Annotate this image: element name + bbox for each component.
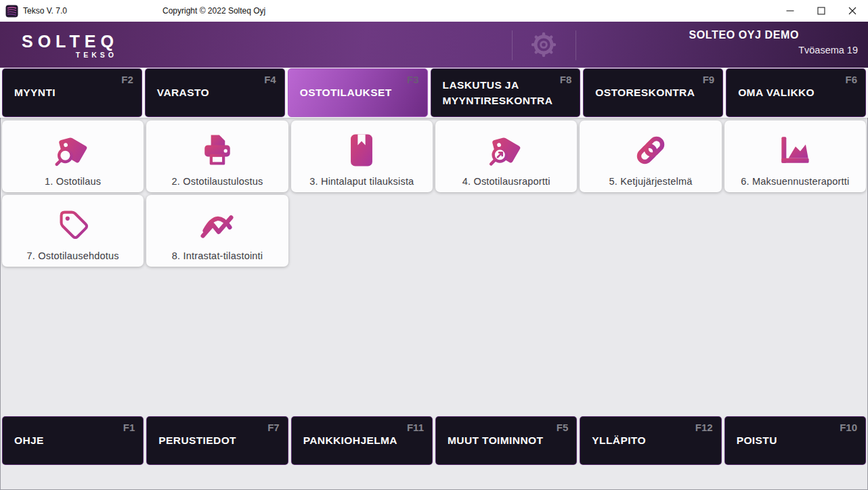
trend-chart-icon xyxy=(196,199,238,250)
tile-intrastat-tilastointi[interactable]: 8. Intrastat-tilastointi xyxy=(146,195,288,267)
tile-label: 8. Intrastat-tilastointi xyxy=(172,250,263,261)
app-window: Tekso V. 7.0 Copyright © 2022 Solteq Oyj… xyxy=(0,0,868,490)
tile-label: 7. Ostotilausehdotus xyxy=(27,250,119,261)
title-bar: Tekso V. 7.0 Copyright © 2022 Solteq Oyj xyxy=(0,0,868,22)
logo-subtext: TEKSO xyxy=(22,51,117,59)
footer-strip xyxy=(0,465,868,490)
button-fkey: F10 xyxy=(840,422,857,433)
chain-link-icon xyxy=(630,125,671,176)
button-poistu[interactable]: POISTU F10 xyxy=(724,416,866,465)
bottom-menu-bar: OHJE F1 PERUSTIEDOT F7 PANKKIOHJELMA F11… xyxy=(0,416,868,465)
button-muut-toiminnot[interactable]: MUUT TOIMINNOT F5 xyxy=(435,416,577,465)
button-label: PANKKIOHJELMA xyxy=(303,432,405,448)
tab-fkey: F2 xyxy=(121,74,133,85)
button-fkey: F12 xyxy=(695,422,713,433)
close-icon xyxy=(848,7,856,15)
tab-fkey: F9 xyxy=(703,74,715,85)
tile-ostotilaustulostus[interactable]: 2. Ostotilaustulostus xyxy=(146,120,288,192)
tile-ostotilausraportti[interactable]: 4. Ostotilausraportti xyxy=(435,120,577,192)
button-label: POISTU xyxy=(737,432,838,448)
book-bookmark-icon xyxy=(341,125,382,176)
app-header: SOLTEQ TEKSO xyxy=(0,22,868,68)
tile-label: 4. Ostotilausraportti xyxy=(462,176,550,187)
button-fkey: F1 xyxy=(123,422,135,433)
tile-grid: 1. Ostotilaus 2. Ostotilaustulostus xyxy=(0,118,868,416)
tab-oma-valikko[interactable]: OMA VALIKKO F6 xyxy=(726,68,866,117)
tile-ketjujarjestelma[interactable]: 5. Ketjujärjestelmä xyxy=(580,120,721,192)
tab-fkey: F6 xyxy=(845,74,857,85)
tab-label: OMA VALIKKO xyxy=(738,85,838,100)
tab-fkey: F8 xyxy=(560,74,572,85)
minimize-button[interactable] xyxy=(775,0,806,22)
tab-ostoreskontra[interactable]: OSTORESKONTRA F9 xyxy=(583,68,723,117)
tab-label: OSTOTILAUKSET xyxy=(300,85,400,100)
tile-label: 1. Ostotilaus xyxy=(45,176,101,187)
button-pankkiohjelma[interactable]: PANKKIOHJELMA F11 xyxy=(291,416,433,465)
tile-label: 6. Maksuennusteraportti xyxy=(741,176,849,187)
area-chart-icon xyxy=(775,125,815,176)
app-title: Tekso V. 7.0 xyxy=(23,6,67,16)
button-fkey: F5 xyxy=(557,422,569,433)
tab-ostotilaukset[interactable]: OSTOTILAUKSET F3 xyxy=(288,68,428,117)
header-divider xyxy=(576,30,576,60)
gear-icon xyxy=(531,32,556,58)
solteq-logo: SOLTEQ TEKSO xyxy=(22,32,118,59)
maximize-icon xyxy=(817,7,825,15)
tab-label: OSTORESKONTRA xyxy=(595,85,695,100)
logo-text: SOLTEQ xyxy=(22,32,118,50)
tile-label: 5. Ketjujärjestelmä xyxy=(609,176,692,187)
workstation-label: Tvöasema 19 xyxy=(798,45,858,55)
copyright-text: Copyright © 2022 Solteq Oyj xyxy=(162,0,265,22)
app-icon xyxy=(5,5,18,18)
tab-label: MYYNTI xyxy=(14,85,114,100)
button-label: YLLÄPITO xyxy=(592,432,693,448)
tab-varasto[interactable]: VARASTO F4 xyxy=(145,68,285,117)
tile-hintalaput-tilauksista[interactable]: 3. Hintalaput tilauksista xyxy=(291,120,433,192)
tile-ostotilausehdotus[interactable]: 7. Ostotilausehdotus xyxy=(2,195,144,267)
tab-myynti[interactable]: MYYNTI F2 xyxy=(2,68,142,117)
button-label: MUUT TOIMINNOT xyxy=(448,432,549,448)
tile-maksuennusteraportti[interactable]: 6. Maksuennusteraportti xyxy=(724,120,866,192)
tile-label: 3. Hintalaput tilauksista xyxy=(309,176,414,187)
button-yllapito[interactable]: YLLÄPITO F12 xyxy=(580,416,721,465)
maximize-button[interactable] xyxy=(806,0,837,22)
tab-fkey: F4 xyxy=(264,74,276,85)
tab-laskutus-ja-myyntireskontra[interactable]: LASKUTUS JA MYYNTIRESKONTRA F8 xyxy=(431,68,581,117)
minimize-icon xyxy=(786,7,794,15)
tile-ostotilaus[interactable]: 1. Ostotilaus xyxy=(2,120,144,192)
tag-report-icon xyxy=(485,125,527,176)
close-button[interactable] xyxy=(837,0,868,22)
button-label: OHJE xyxy=(14,432,116,448)
tab-fkey: F3 xyxy=(407,74,419,85)
button-perustiedot[interactable]: PERUSTIEDOT F7 xyxy=(146,416,288,465)
window-controls xyxy=(775,0,868,22)
main-menu-tabs: MYYNTI F2 VARASTO F4 OSTOTILAUKSET F3 LA… xyxy=(0,68,868,118)
button-ohje[interactable]: OHJE F1 xyxy=(2,416,144,465)
button-fkey: F7 xyxy=(267,422,280,433)
printer-icon xyxy=(197,125,238,176)
tile-label: 2. Ostotilaustulostus xyxy=(172,176,263,187)
settings-button[interactable] xyxy=(531,32,556,58)
header-divider xyxy=(512,30,513,60)
tag-outline-icon xyxy=(52,199,94,250)
button-fkey: F11 xyxy=(407,422,424,433)
tag-search-icon xyxy=(52,125,94,176)
company-name: SOLTEO OYJ DEMO xyxy=(689,29,800,41)
tab-label: LASKUTUS JA MYYNTIRESKONTRA xyxy=(443,77,553,109)
tab-label: VARASTO xyxy=(157,85,257,100)
button-label: PERUSTIEDOT xyxy=(158,432,260,448)
